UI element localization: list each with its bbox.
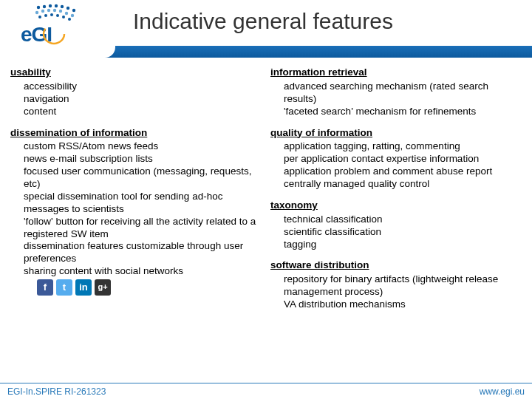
taxonomy-heading: taxonomy: [270, 200, 522, 212]
list-item: focused user communication (messaging, r…: [24, 166, 262, 191]
list-item: custom RSS/Atom news feeds: [24, 140, 262, 153]
slide-title: Indicative general features: [133, 9, 393, 34]
content: usability accessibility navigation conte…: [10, 64, 522, 378]
svg-point-19: [68, 18, 71, 21]
header: eGI Indicative general features: [0, 0, 532, 58]
svg-point-9: [47, 9, 50, 12]
svg-point-15: [44, 14, 47, 17]
twitter-icon: t: [56, 279, 72, 296]
list-item: special dissemination tool for sending a…: [24, 191, 262, 216]
svg-point-11: [59, 10, 62, 13]
googleplus-icon: g+: [95, 279, 111, 296]
linkedin-icon: in: [75, 279, 92, 296]
list-item: advanced searching mechanism (rated sear…: [284, 81, 522, 106]
list-item: 'faceted search' mechanism for refinemen…: [284, 106, 522, 118]
svg-point-0: [37, 6, 40, 9]
list-item: application tagging, ratting, commenting: [284, 140, 522, 153]
svg-point-16: [50, 13, 53, 16]
dissemination-heading: dissemination of information: [10, 127, 262, 140]
list-item: content: [24, 106, 262, 118]
svg-point-3: [55, 4, 58, 7]
footer-left: EGI-In.SPIRE RI-261323: [7, 386, 106, 397]
footer-right: www.egi.eu: [480, 386, 525, 397]
header-bar-notch: [0, 46, 115, 58]
list-item: 'follow' button for receiving all the ac…: [24, 216, 262, 241]
list-item: application problem and comment abuse re…: [284, 166, 522, 178]
footer: EGI-In.SPIRE RI-261323 www.egi.eu: [0, 383, 532, 399]
svg-point-1: [43, 5, 46, 8]
list-item: news e-mail subscription lists: [24, 153, 262, 166]
svg-point-18: [62, 16, 65, 18]
facebook-icon: f: [37, 279, 53, 296]
svg-point-12: [65, 12, 68, 15]
list-item: dissemination features customizable thro…: [24, 240, 262, 265]
list-item: sharing content with social networks: [24, 265, 262, 278]
software-distribution-heading: software distribution: [270, 259, 522, 272]
svg-point-2: [49, 4, 52, 7]
list-item: tagging: [284, 239, 522, 251]
list-item: accessibility: [24, 81, 262, 93]
svg-point-17: [56, 14, 59, 17]
list-item: navigation: [24, 93, 262, 106]
list-item: scientific classification: [284, 226, 522, 239]
svg-point-6: [72, 9, 75, 12]
list-item: per application contact expertise inform…: [284, 153, 522, 166]
information-retrieval-heading: information retrieval: [270, 66, 522, 79]
list-item: VA distribution mechanisms: [284, 299, 522, 311]
svg-point-7: [35, 11, 38, 14]
social-icons: f t in g+: [37, 279, 262, 296]
egi-logo: eGI: [4, 3, 100, 49]
svg-point-5: [66, 7, 69, 10]
svg-point-4: [61, 5, 64, 8]
list-item: centrally managed quality control: [284, 178, 522, 191]
right-column: information retrieval advanced searching…: [270, 64, 522, 378]
svg-point-10: [53, 9, 56, 12]
quality-heading: quality of information: [270, 127, 522, 140]
list-item: repository for binary artifacts (lightwe…: [284, 273, 522, 299]
left-column: usability accessibility navigation conte…: [10, 64, 262, 378]
svg-point-13: [71, 14, 74, 17]
list-item: technical classification: [284, 214, 522, 226]
usability-heading: usability: [10, 66, 262, 79]
svg-point-14: [38, 16, 41, 18]
svg-point-8: [41, 10, 44, 13]
